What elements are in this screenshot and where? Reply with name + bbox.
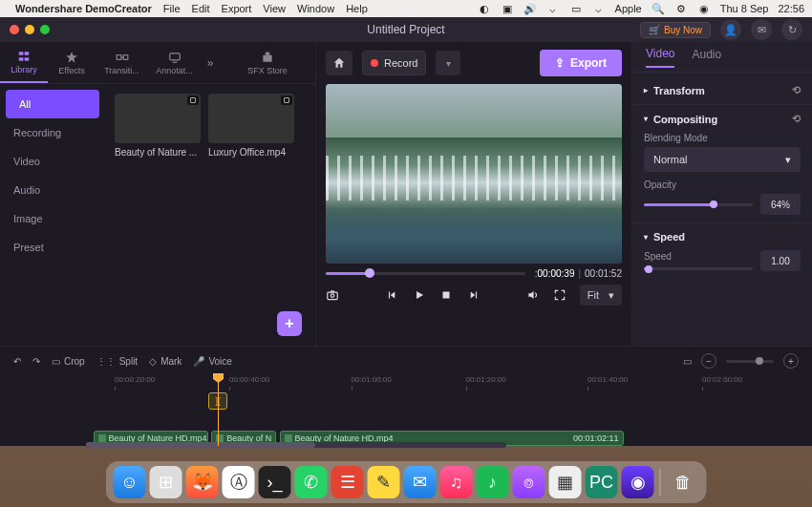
reset-transform-button[interactable]: ⟲ — [792, 84, 801, 96]
menubar-app-name[interactable]: Wondershare DemoCreator — [15, 3, 152, 14]
prev-frame-button[interactable] — [386, 288, 399, 302]
timeline-ruler[interactable]: 00:00:20:00 00:00:40:00 00:01:00:00 00:0… — [86, 375, 802, 391]
speed-value[interactable]: 1.00 — [760, 250, 801, 271]
timeline-scrollbar[interactable] — [86, 442, 506, 448]
dock-firefox[interactable]: 🦊 — [186, 466, 219, 498]
siri-icon[interactable]: ◉ — [697, 2, 711, 15]
menubar-edit[interactable]: Edit — [192, 3, 210, 14]
zoom-out-button[interactable]: − — [701, 353, 716, 369]
voice-button[interactable]: 🎤Voice — [193, 356, 231, 367]
redo-button[interactable]: ↷ — [32, 356, 40, 367]
home-button[interactable] — [326, 51, 353, 75]
seek-bar[interactable] — [326, 272, 525, 275]
dock-whatsapp[interactable]: ✆ — [295, 466, 328, 498]
category-recording[interactable]: Recording — [0, 118, 105, 147]
dock-pycharm[interactable]: PC — [586, 466, 618, 498]
minimize-window-button[interactable] — [25, 25, 34, 34]
media-item[interactable]: Luxury Office.mp4 — [208, 94, 294, 158]
section-transform-header[interactable]: ▸Transform⟲ — [644, 84, 801, 96]
stop-button[interactable] — [439, 288, 453, 302]
dock-ai[interactable]: Ⓐ — [223, 466, 255, 498]
snapshot-button[interactable] — [326, 288, 339, 302]
status-icon-2[interactable]: ▣ — [501, 2, 514, 15]
export-button[interactable]: ⇪Export — [540, 50, 622, 76]
dock-todoist[interactable]: ☰ — [331, 466, 364, 498]
menubar-export[interactable]: Export — [222, 3, 252, 14]
fit-dropdown[interactable]: Fit▾ — [580, 285, 622, 306]
tab-effects[interactable]: Effects — [48, 42, 96, 83]
fit-timeline-button[interactable]: ▭ — [683, 356, 692, 367]
playhead[interactable] — [218, 373, 219, 446]
control-center-icon[interactable]: ⚙ — [674, 2, 688, 15]
crop-button[interactable]: ▭Crop — [52, 356, 85, 367]
dock-notes[interactable]: ✎ — [368, 466, 400, 498]
dock-trash[interactable]: 🗑 — [667, 466, 699, 498]
properties-tab-audio[interactable]: Audio — [692, 48, 721, 67]
add-media-button[interactable]: + — [277, 311, 302, 336]
category-all[interactable]: All — [6, 90, 99, 118]
zoom-in-button[interactable]: + — [783, 353, 799, 369]
mark-button[interactable]: ◇Mark — [149, 356, 182, 367]
dock-chess[interactable]: ▦ — [549, 466, 582, 498]
dock-music[interactable]: ♫ — [440, 466, 473, 498]
timeline-tracks[interactable]: Beauty of Nature HD.mp4 Beauty of N Beau… — [86, 391, 802, 446]
volume-icon[interactable]: 🔊 — [524, 2, 537, 15]
dock-terminal[interactable]: ›_ — [259, 466, 291, 498]
home-icon — [332, 56, 346, 70]
category-video[interactable]: Video — [0, 147, 105, 176]
menubar-file[interactable]: File — [163, 3, 181, 14]
dock-podcasts[interactable]: ⌾ — [513, 466, 545, 498]
message-button[interactable]: ✉ — [751, 19, 772, 40]
opacity-value[interactable]: 64% — [760, 194, 801, 215]
properties-tab-video[interactable]: Video — [646, 47, 674, 68]
menubar-help[interactable]: Help — [346, 3, 368, 14]
buy-now-button[interactable]: 🛒Buy Now — [640, 22, 711, 38]
dock-mail[interactable]: ✉ — [404, 466, 437, 498]
battery-icon[interactable]: ▭ — [569, 2, 583, 15]
timeline-scrollbar-thumb[interactable] — [86, 442, 315, 448]
tab-transitions[interactable]: Transiti... — [96, 42, 148, 83]
tab-library[interactable]: Library — [0, 42, 48, 83]
dock-democreator[interactable]: ◉ — [622, 466, 654, 498]
maximize-window-button[interactable] — [40, 25, 50, 34]
menubar-view[interactable]: View — [263, 3, 286, 14]
section-compositing-header[interactable]: ▾Compositing⟲ — [644, 113, 801, 125]
category-audio[interactable]: Audio — [0, 176, 105, 204]
video-preview[interactable] — [326, 84, 622, 264]
section-speed-header[interactable]: ▾Speed — [644, 231, 801, 243]
account-button[interactable]: 👤 — [720, 19, 741, 40]
volume-button[interactable] — [526, 288, 540, 302]
reset-compositing-button[interactable]: ⟲ — [792, 113, 801, 125]
menubar-time[interactable]: 22:56 — [778, 3, 804, 14]
tabs-more-chevron[interactable]: » — [201, 42, 220, 83]
menubar-right-app[interactable]: Apple — [615, 3, 642, 14]
wifi-icon[interactable]: ⌵ — [592, 2, 606, 15]
split-button[interactable]: ⋮⋮Split — [96, 356, 138, 367]
tab-annotations[interactable]: Annotat... — [148, 42, 201, 83]
spotlight-icon[interactable]: 🔍 — [652, 2, 665, 15]
blending-mode-dropdown[interactable]: Normal▾ — [644, 147, 801, 172]
dock-finder[interactable]: ☺ — [114, 466, 146, 498]
bluetooth-icon[interactable]: ⌵ — [546, 2, 560, 15]
category-preset[interactable]: Preset — [0, 233, 105, 262]
dock-launchpad[interactable]: ⊞ — [150, 466, 182, 498]
play-button[interactable] — [413, 288, 426, 302]
fullscreen-button[interactable] — [553, 288, 566, 302]
status-icon-1[interactable]: ◐ — [478, 2, 491, 15]
close-window-button[interactable] — [10, 25, 19, 34]
record-dropdown[interactable]: ▾ — [436, 51, 460, 75]
record-button[interactable]: Record — [362, 51, 426, 75]
menubar-date[interactable]: Thu 8 Sep — [720, 3, 769, 14]
category-image[interactable]: Image — [0, 204, 105, 233]
media-item[interactable]: Beauty of Nature ... — [115, 94, 201, 158]
next-frame-button[interactable] — [466, 288, 480, 302]
undo-button[interactable]: ↶ — [13, 356, 21, 367]
seek-handle[interactable] — [365, 268, 374, 278]
refresh-button[interactable]: ↻ — [781, 19, 802, 40]
dock-spotify[interactable]: ♪ — [477, 466, 509, 498]
menubar-window[interactable]: Window — [297, 3, 334, 14]
speed-slider[interactable] — [644, 267, 753, 270]
tab-sfx-store[interactable]: SFX Store — [220, 42, 315, 83]
opacity-slider[interactable] — [644, 203, 753, 206]
zoom-slider[interactable] — [726, 360, 774, 363]
